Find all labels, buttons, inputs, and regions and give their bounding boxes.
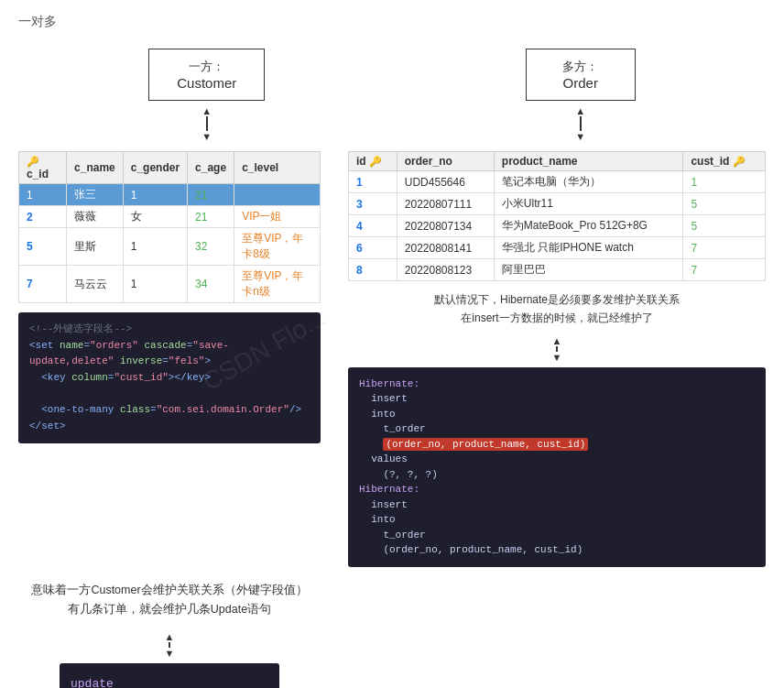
- col-id: id 🔑: [349, 152, 397, 171]
- cgender-cell: 女: [123, 206, 187, 228]
- clevel-cell: 至尊VIP，年卡8级: [234, 228, 321, 266]
- order-table-header: id 🔑 order_no product_name cust_id 🔑: [349, 152, 766, 171]
- order-table-row: 3 20220807111 小米Ultr11 5: [349, 193, 766, 215]
- orderno-cell: 20220807111: [397, 193, 494, 215]
- hibernate-note-line2: 在insert一方数据的时候，就已经维护了: [461, 311, 652, 324]
- order-table-row: 8 20220808123 阿里巴巴 7: [349, 259, 766, 281]
- cgender-cell: 1: [123, 228, 187, 266]
- hib-values1: values: [371, 453, 408, 464]
- left-arrow: ▲ ▼: [201, 105, 212, 142]
- fk-icon: 🔑: [733, 156, 746, 167]
- note-text: 意味着一方Customer会维护关联关系（外键字段值） 有几条订单，就会维护几条…: [31, 581, 307, 620]
- order-table-row: 6 20220808141 华强北 只能IPHONE watch 7: [349, 237, 766, 259]
- right-panel: id 🔑 order_no product_name cust_id 🔑 1 U…: [348, 151, 766, 567]
- note-line2: 有几条订单，就会维护几条Update语句: [68, 603, 271, 616]
- order-table-row: 4 20220807134 华为MateBook_Pro 512G+8G 5: [349, 215, 766, 237]
- hibernate-note-line1: 默认情况下，Hibernate是必须要多发维护关联关系: [434, 293, 680, 306]
- clevel-cell: [234, 184, 321, 206]
- oid-cell: 3: [349, 193, 397, 215]
- product-cell: 笔记本电脑（华为）: [494, 171, 683, 193]
- col-cage: c_age: [188, 152, 234, 184]
- arrow-line-right: [580, 116, 582, 131]
- key-icon: 🔑: [27, 156, 39, 167]
- cage-cell: 21: [188, 206, 234, 228]
- one-side-box: 一方： Customer: [148, 49, 265, 101]
- hibernate-arrow-top: ▲: [552, 335, 562, 346]
- xml-one-to-many: <one-to-many class="com.sei.domain.Order…: [41, 404, 301, 415]
- one-side-name: Customer: [177, 75, 236, 91]
- arrow-bottom-left: ▼: [201, 131, 212, 142]
- bottom-left-arrow: ▲ ▼: [165, 631, 175, 659]
- cname-cell: 里斯: [67, 228, 124, 266]
- cname-cell: 薇薇: [67, 206, 124, 228]
- hib-insert2: insert: [371, 499, 408, 510]
- col-cname: c_name: [67, 152, 124, 184]
- cage-cell: 34: [188, 266, 234, 303]
- middle-section: 🔑 c_id c_name c_gender c_age c_level 1 张…: [18, 151, 766, 567]
- arrow-top-left: ▲: [201, 105, 212, 116]
- orderno-cell: 20220807134: [397, 215, 494, 237]
- hib-insert1: insert: [371, 393, 408, 404]
- custid-cell: 1: [683, 171, 766, 193]
- orderno-cell: 20220808123: [397, 259, 494, 281]
- customer-table-header: 🔑 c_id c_name c_gender c_age c_level: [19, 152, 321, 184]
- hib-into2: into: [371, 514, 395, 525]
- col-clevel: c_level: [234, 152, 321, 184]
- bottom-left: 意味着一方Customer会维护关联关系（外键字段值） 有几条订单，就会维护几条…: [18, 581, 321, 688]
- hib-torder1: t_order: [383, 423, 425, 434]
- cid-cell: 2: [19, 206, 67, 228]
- customer-table-row: 7 马云云 1 34 至尊VIP，年卡n级: [19, 266, 321, 303]
- note-line1: 意味着一方Customer会维护关联关系（外键字段值）: [31, 584, 307, 596]
- hib-kw1: Hibernate:: [359, 378, 419, 389]
- custid-cell: 5: [683, 193, 766, 215]
- cname-cell: 张三: [67, 184, 124, 206]
- col-orderno: order_no: [397, 152, 494, 171]
- oid-cell: 6: [349, 237, 397, 259]
- product-cell: 华强北 只能IPHONE watch: [494, 237, 683, 259]
- hibernate-arrow: ▲ ▼: [348, 335, 766, 363]
- hib-cols1: (order_no, product_name, cust_id): [383, 438, 588, 451]
- customer-table-row: 1 张三 1 21: [19, 184, 321, 206]
- cgender-cell: 1: [123, 266, 187, 303]
- order-table: id 🔑 order_no product_name cust_id 🔑 1 U…: [348, 151, 766, 281]
- hib-cols2: (order_no, product_name, cust_id): [383, 544, 583, 555]
- arrow-line-left: [206, 116, 208, 131]
- cid-cell: 5: [19, 228, 67, 266]
- hib-into1: into: [371, 409, 395, 420]
- many-side-name: Order: [554, 75, 607, 91]
- xml-set-close: </set>: [29, 420, 66, 431]
- product-cell: 华为MateBook_Pro 512G+8G: [494, 215, 683, 237]
- right-arrow: ▲ ▼: [575, 105, 585, 142]
- cid-cell: 1: [19, 184, 67, 206]
- orderno-cell: UDD455646: [397, 171, 494, 193]
- oid-cell: 4: [349, 215, 397, 237]
- cage-cell: 32: [188, 228, 234, 266]
- one-side-label: 一方：: [177, 59, 236, 75]
- hibernate-code-block: Hibernate: insert into t_order (order_no…: [348, 367, 766, 567]
- clevel-cell: 至尊VIP，年卡n级: [234, 266, 321, 303]
- col-cgender: c_gender: [123, 152, 187, 184]
- left-panel: 🔑 c_id c_name c_gender c_age c_level 1 张…: [18, 151, 321, 443]
- hibernate-arrow-bottom: ▼: [552, 352, 562, 363]
- col-cid: 🔑 c_id: [19, 152, 67, 184]
- orderno-cell: 20220808141: [397, 237, 494, 259]
- hib-kw2: Hibernate:: [359, 484, 419, 495]
- xml-code-block: <!--外键选字段名--> <set name="orders" cascade…: [18, 312, 321, 443]
- col-productname: product_name: [494, 152, 683, 171]
- many-side-section: 多方： Order ▲ ▼: [526, 49, 636, 147]
- arrow-top-right: ▲: [575, 105, 585, 116]
- hib-vals1: (?, ?, ?): [383, 469, 437, 480]
- page-title: 一对多: [18, 14, 766, 30]
- cage-cell: 21: [188, 184, 234, 206]
- product-cell: 阿里巴巴: [494, 259, 683, 281]
- cgender-cell: 1: [123, 184, 187, 206]
- many-side-box: 多方： Order: [526, 49, 636, 101]
- xml-set-open: <set name="orders" cascade="save-update,…: [29, 340, 229, 367]
- one-side-section: 一方： Customer ▲ ▼: [148, 49, 265, 147]
- custid-cell: 7: [683, 237, 766, 259]
- customer-table-row: 5 里斯 1 32 至尊VIP，年卡8级: [19, 228, 321, 266]
- many-side-label: 多方：: [554, 59, 607, 75]
- xml-key: <key column="cust_id"></key>: [41, 372, 211, 383]
- product-cell: 小米Ultr11: [494, 193, 683, 215]
- sql-update: update: [71, 677, 114, 688]
